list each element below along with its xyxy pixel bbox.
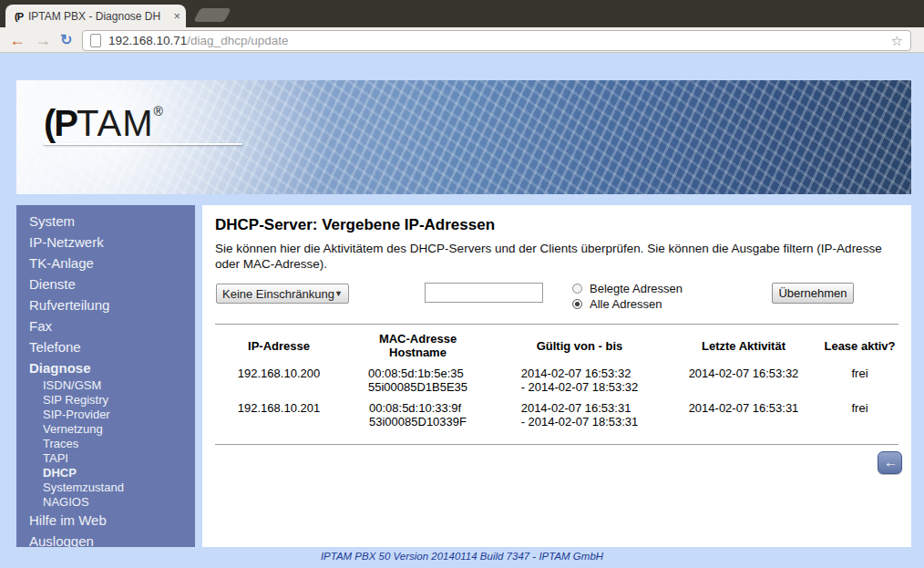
- filter-dropdown[interactable]: Keine Einschränkung ▼: [216, 284, 349, 304]
- sidebar: SystemIP-NetzwerkTK-AnlageDiensteRufvert…: [16, 205, 195, 547]
- uebernehmen-button[interactable]: Übernehmen: [772, 283, 854, 304]
- logo-underline: [44, 143, 242, 145]
- column-header: Letzte Aktivität: [666, 328, 821, 361]
- sidebar-item-traces[interactable]: Traces: [16, 437, 195, 451]
- table-cell: frei: [821, 361, 898, 396]
- browser-toolbar: ← → ↻ 192.168.10.71/diag_dhcp/update ☆: [0, 27, 924, 53]
- sidebar-item-ausloggen[interactable]: Ausloggen: [16, 531, 195, 547]
- page-description: Sie können hier die Aktivitätem des DHCP…: [215, 241, 898, 272]
- url-host: 192.168.10.71: [108, 34, 187, 47]
- sidebar-item-sip-registry[interactable]: SIP Registry: [16, 393, 195, 408]
- sidebar-item-hilfe-im-web[interactable]: Hilfe im Web: [16, 510, 195, 531]
- sidebar-item-sip-provider[interactable]: SIP-Provider: [16, 408, 195, 422]
- reload-icon[interactable]: ↻: [60, 28, 72, 52]
- tab-strip: (P IPTAM PBX - Diagnose DH ×: [0, 0, 924, 27]
- arrow-left-icon: ←: [884, 454, 898, 470]
- page-title: DHCP-Server: Vergebene IP-Adressen: [215, 216, 898, 234]
- tab-close-icon[interactable]: ×: [173, 9, 180, 23]
- chevron-down-icon: ▼: [334, 289, 343, 298]
- table-row: 192.168.10.20000:08:5d:1b:5e:3555i00085D…: [215, 361, 898, 396]
- radio-label: Belegte Adressen: [590, 282, 683, 295]
- dhcp-table-head: IP-AdresseMAC-AdresseHostnameGültig von …: [215, 328, 898, 361]
- radio-group: Belegte AdressenAlle Adressen: [572, 281, 683, 312]
- divider: [215, 324, 898, 325]
- filter-row: Keine Einschränkung ▼ Belegte AdressenAl…: [215, 280, 898, 320]
- dhcp-table-body: 192.168.10.20000:08:5d:1b:5e:3555i00085D…: [215, 361, 898, 430]
- forward-icon[interactable]: →: [35, 28, 51, 52]
- bookmark-star-icon[interactable]: ☆: [891, 33, 903, 49]
- table-row: 192.168.10.20100:08:5d:10:33:9f53i00085D…: [215, 396, 898, 430]
- sidebar-item-tapi[interactable]: TAPI: [16, 451, 195, 466]
- footer-text: IPTAM PBX 50 Version 20140114 Build 7347…: [321, 551, 603, 562]
- sidebar-item-tk-anlage[interactable]: TK-Anlage: [16, 253, 195, 274]
- browser-window: (P IPTAM PBX - Diagnose DH × ← → ↻ 192.1…: [0, 0, 924, 568]
- sidebar-item-diagnose[interactable]: Diagnose: [16, 357, 195, 378]
- column-header: IP-Adresse: [215, 328, 343, 361]
- sidebar-item-nagios[interactable]: NAGIOS: [16, 495, 195, 510]
- sidebar-item-ip-netzwerk[interactable]: IP-Netzwerk: [16, 232, 195, 253]
- table-cell: frei: [821, 396, 898, 430]
- footer: IPTAM PBX 50 Version 20140114 Build 7347…: [0, 547, 924, 568]
- table-cell: 192.168.10.200: [215, 361, 343, 396]
- sidebar-item-systemzustand[interactable]: Systemzustand: [16, 480, 195, 495]
- url-path: /diag_dhcp/update: [187, 34, 288, 47]
- table-cell: 2014-02-07 16:53:31: [666, 396, 821, 430]
- browser-tab[interactable]: (P IPTAM PBX - Diagnose DH ×: [5, 5, 186, 27]
- sidebar-item-system[interactable]: System: [16, 211, 195, 232]
- header-banner: (PTAM®: [16, 80, 911, 194]
- radio-belegte-adressen[interactable]: [572, 284, 582, 294]
- new-tab-button[interactable]: [193, 8, 231, 22]
- back-button-row: ←: [215, 451, 902, 474]
- sidebar-item-fax[interactable]: Fax: [16, 315, 195, 336]
- radio-label: Alle Adressen: [590, 297, 662, 311]
- table-cell: 192.168.10.201: [215, 396, 343, 430]
- back-icon[interactable]: ←: [9, 28, 26, 52]
- table-cell: 2014-02-07 16:53:32- 2014-02-07 18:53:32: [493, 361, 666, 396]
- sidebar-item-telefone[interactable]: Telefone: [16, 336, 195, 357]
- radio-alle-adressen[interactable]: [572, 299, 582, 309]
- column-header: Gültig von - bis: [493, 328, 666, 361]
- column-header: MAC-AdresseHostname: [343, 328, 493, 361]
- tab-title: IPTAM PBX - Diagnose DH: [28, 10, 168, 23]
- table-cell: 2014-02-07 16:53:32: [666, 361, 821, 396]
- table-cell: 2014-02-07 16:53:31- 2014-02-07 18:53:31: [493, 396, 666, 430]
- column-header: Lease aktiv?: [821, 328, 898, 361]
- back-button[interactable]: ←: [878, 451, 902, 474]
- page-icon: [90, 34, 101, 47]
- url-text[interactable]: 192.168.10.71/diag_dhcp/update: [108, 34, 886, 47]
- sidebar-item-rufverteilung[interactable]: Rufverteilung: [16, 294, 195, 315]
- main-content: DHCP-Server: Vergebene IP-Adressen Sie k…: [202, 205, 911, 547]
- favicon-icon: (P: [15, 11, 23, 22]
- sidebar-item-vernetzung[interactable]: Vernetzung: [16, 422, 195, 437]
- filter-dropdown-value: Keine Einschränkung: [222, 287, 334, 301]
- table-cell: 00:08:5d:1b:5e:3555i00085D1B5E35: [343, 361, 493, 396]
- table-cell: 00:08:5d:10:33:9f53i00085D10339F: [343, 396, 493, 430]
- filter-input[interactable]: [425, 283, 543, 303]
- iptam-logo-text: (PTAM®: [44, 92, 242, 142]
- sidebar-item-dienste[interactable]: Dienste: [16, 274, 195, 294]
- sidebar-item-dhcp[interactable]: DHCP: [16, 466, 195, 480]
- url-bar[interactable]: 192.168.10.71/diag_dhcp/update ☆: [82, 30, 911, 51]
- dhcp-table: IP-AdresseMAC-AdresseHostnameGültig von …: [215, 328, 898, 430]
- iptam-logo: (PTAM®: [44, 92, 242, 145]
- sidebar-item-isdn-gsm[interactable]: ISDN/GSM: [16, 378, 195, 393]
- divider: [215, 444, 898, 445]
